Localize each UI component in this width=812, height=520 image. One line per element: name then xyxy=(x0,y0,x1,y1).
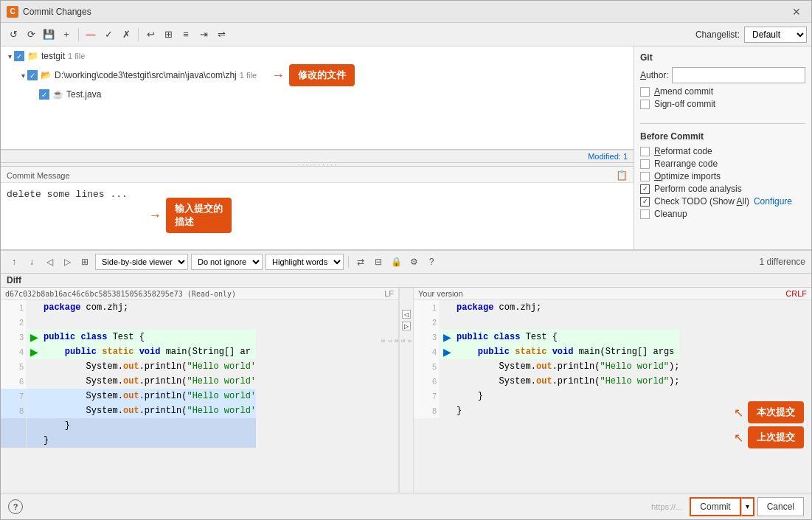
author-input[interactable] xyxy=(672,67,805,83)
diff-rnum-right-6: 6 xyxy=(414,374,440,389)
check-btn[interactable]: ✓ xyxy=(100,27,117,43)
reformat-code-checkbox[interactable] xyxy=(640,147,650,156)
remove-btn[interactable]: — xyxy=(83,27,99,43)
refresh-btn[interactable]: ↺ xyxy=(5,27,21,43)
diff-right-content[interactable]: 1 package com.zhj; 2 3 xyxy=(414,300,811,493)
optimize-imports-label[interactable]: Optimize imports xyxy=(654,171,721,181)
tree-checkbox-root[interactable]: ✓ xyxy=(14,51,24,61)
help-button[interactable]: ? xyxy=(8,499,23,514)
tree-toggle-root[interactable]: ▾ xyxy=(5,52,14,60)
diff-larrow-left-2 xyxy=(27,315,41,330)
amend-commit-checkbox[interactable] xyxy=(640,87,650,97)
optimize-imports-checkbox[interactable] xyxy=(640,172,650,181)
diff-highlight-select[interactable]: Highlight words xyxy=(266,254,344,270)
tree-toggle-path[interactable]: ▾ xyxy=(18,72,27,80)
diff-left-content[interactable]: 1 package com.zhj; 2 3 xyxy=(1,300,398,493)
annotation-modified-file-area: → 修改的文件 xyxy=(271,64,355,86)
diff-rnum-right-7: 7 xyxy=(414,389,440,403)
tree-file-row[interactable]: ✓ ☕ Test.java xyxy=(1,88,634,101)
diff-larrow-left-8 xyxy=(27,403,41,418)
perform-code-analysis-label[interactable]: Perform code analysis xyxy=(654,184,742,194)
diff-help-btn[interactable]: ? xyxy=(424,254,439,269)
diff-lnum-left-4: 4 xyxy=(1,344,27,359)
commit-dropdown-button[interactable]: ▾ xyxy=(741,497,754,516)
align-btn[interactable]: ⇌ xyxy=(213,27,229,43)
reformat-code-label[interactable]: Reformat code xyxy=(654,146,712,156)
tree-root-meta: 1 file xyxy=(68,52,85,60)
diff-viewer-select[interactable]: Side-by-side viewer xyxy=(95,254,188,270)
diff-nav-next[interactable]: ▷ xyxy=(60,254,74,269)
diff-sep-1 xyxy=(348,256,349,268)
diff-lcode-left-2 xyxy=(41,315,256,330)
diff-nav-down[interactable]: ↓ xyxy=(24,254,39,269)
annotation-input-arrow: → xyxy=(148,208,162,223)
sign-off-label[interactable]: Sign-off commit xyxy=(654,99,715,109)
diff-line-left-8: 8 System.out.println("Hello world' xyxy=(1,403,256,418)
sync-btn[interactable]: ⟳ xyxy=(23,27,39,43)
diff-nav-prev[interactable]: ◁ xyxy=(42,254,57,269)
diff-expand-btn[interactable]: ⊞ xyxy=(77,254,92,269)
uncheck-btn[interactable]: ✗ xyxy=(118,27,134,43)
diff-rcode-right-2 xyxy=(454,315,679,330)
save-btn[interactable]: 💾 xyxy=(41,27,57,43)
commit-message-input[interactable]: delete some lines ... xyxy=(1,183,634,249)
title-bar: C Commit Changes ✕ xyxy=(1,1,811,23)
diff-left-panel: d67c032b8ab16ac46c6bc5853815056358295e73… xyxy=(1,288,399,493)
diff-title-bar: Diff xyxy=(1,274,811,288)
diff-line-right-6: 6 System.out.println("Hello world"); xyxy=(414,374,679,389)
diff-settings-btn[interactable]: ⚙ xyxy=(406,254,421,269)
tree-path-row[interactable]: ▾ ✓ 📂 D:\working\code3\testgit\src\main\… xyxy=(1,63,634,88)
commit-annotations: ↖ 本次提交 ↖ 上次提交 xyxy=(734,401,804,448)
rearrange-code-label[interactable]: Rearrange code xyxy=(654,159,718,169)
check-todo-checkbox[interactable] xyxy=(640,197,650,207)
before-commit-option-3: Perform code analysis xyxy=(640,184,805,194)
diff-ignore-select[interactable]: Do not ignore xyxy=(191,254,263,270)
diff-lnum-left-8: 8 xyxy=(1,403,27,418)
splitter-right-arrow[interactable]: ▷ xyxy=(402,322,411,330)
configure-link[interactable]: Configure xyxy=(754,196,792,207)
add-btn[interactable]: + xyxy=(58,27,74,43)
amend-commit-label[interactable]: Amend commit xyxy=(654,86,713,97)
this-commit-annotation: ↖ 本次提交 xyxy=(734,401,804,423)
toolbar-separator-1 xyxy=(78,28,79,41)
rearrange-code-checkbox[interactable] xyxy=(640,159,650,169)
splitter-left-arrow[interactable]: ◁ xyxy=(402,310,411,319)
diff-nav-up[interactable]: ↑ xyxy=(7,254,21,269)
before-commit-title: Before Commit xyxy=(640,131,805,142)
commit-msg-icon[interactable]: 📋 xyxy=(616,170,628,181)
expand-btn[interactable]: ⊞ xyxy=(160,27,176,43)
check-todo-label[interactable]: Check TODO (Show All) xyxy=(654,196,749,207)
diff-title: Diff xyxy=(7,275,21,285)
changelist-select[interactable]: Default xyxy=(744,27,807,43)
sign-off-checkbox[interactable] xyxy=(640,100,650,109)
diff-rarrow-right-8 xyxy=(440,403,454,418)
diff-rcode-right-3: public class Test { xyxy=(454,330,679,344)
cancel-button[interactable]: Cancel xyxy=(757,497,804,516)
tree-checkbox-path[interactable]: ✓ xyxy=(27,70,38,80)
amend-commit-row: Amend commit xyxy=(640,86,805,97)
cleanup-checkbox[interactable] xyxy=(640,209,650,219)
diff-rarrow-right-3: ▶ xyxy=(440,330,454,344)
divider-1 xyxy=(640,123,805,124)
toolbar-separator-2 xyxy=(138,28,139,41)
perform-code-analysis-checkbox[interactable] xyxy=(640,184,650,194)
undo-btn[interactable]: ↩ xyxy=(142,27,159,43)
diff-left-path: d67c032b8ab16ac46c6bc5853815056358295e73… xyxy=(5,290,236,298)
diff-lcode-left-10: } xyxy=(41,433,256,448)
last-commit-arrow: ↖ xyxy=(734,431,743,445)
cleanup-label[interactable]: Cleanup xyxy=(654,209,687,219)
diff-grid-btn[interactable]: ⊟ xyxy=(371,254,386,269)
diff-lnum-left-5: 5 xyxy=(1,359,27,374)
move-btn[interactable]: ⇥ xyxy=(195,27,212,43)
diff-lcode-left-1: package com.zhj; xyxy=(41,300,256,315)
tree-root-row[interactable]: ▾ ✓ 📁 testgit 1 file xyxy=(1,49,634,63)
tree-checkbox-file[interactable]: ✓ xyxy=(39,89,49,100)
diff-lnum-left-7: 7 xyxy=(1,389,27,403)
close-button[interactable]: ✕ xyxy=(788,4,805,19)
diff-lnum-left-2: 2 xyxy=(1,315,27,330)
diff-lock-btn[interactable]: 🔒 xyxy=(389,254,403,269)
diff-sync-btn[interactable]: ⇄ xyxy=(353,254,368,269)
diff-larrow-left-10 xyxy=(27,433,41,448)
commit-button[interactable]: Commit xyxy=(690,497,740,516)
diff-btn[interactable]: ≡ xyxy=(178,27,194,43)
